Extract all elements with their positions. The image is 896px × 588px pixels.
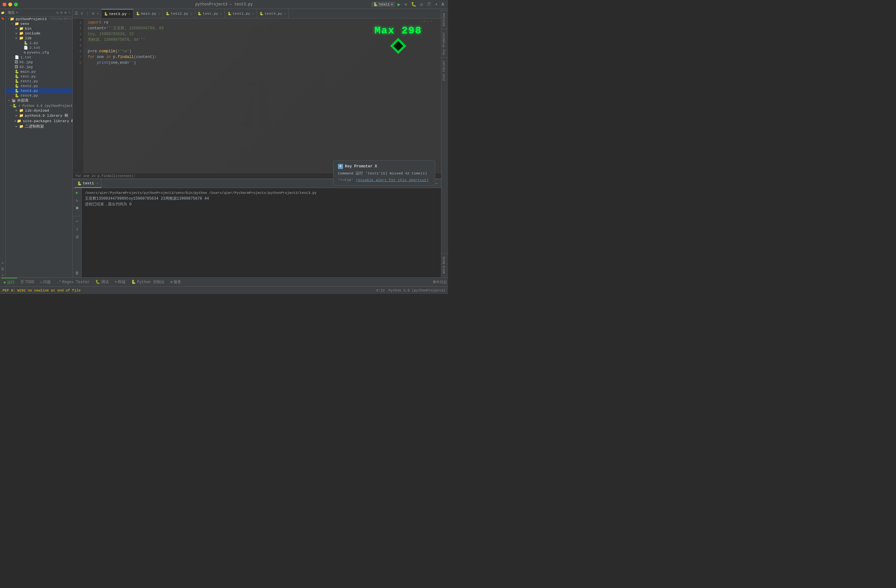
refresh-icon[interactable]: ↻ [56, 11, 59, 15]
structure-icon[interactable]: ≡ [0, 261, 5, 266]
expand-arrow: ▾ [10, 104, 12, 108]
tree-item-01jpg[interactable]: 🖼 01.jpg [6, 60, 72, 64]
minimize-button[interactable] [8, 3, 12, 6]
right-tab-jsonparser[interactable]: Json Parser [441, 58, 448, 84]
tab-testpy-close[interactable]: ✕ [220, 12, 222, 16]
project-icon[interactable]: 📁 [0, 10, 5, 15]
run-rerun-button[interactable]: ↻ [74, 197, 81, 204]
project-dropdown-icon[interactable]: ▾ [16, 10, 18, 15]
tree-item-external-libs[interactable]: ▾ 📚 外部库 [6, 98, 72, 103]
maximize-button[interactable] [14, 3, 18, 6]
favorite-icon[interactable]: ★ [0, 272, 5, 277]
tree-item-test1py[interactable]: 🐍 test1.py [6, 79, 72, 84]
recent-files-icon[interactable]: ☰ [74, 11, 79, 17]
python-version-indicator[interactable]: Python 3.9 (pythonProject3) [389, 289, 445, 292]
tab-test3py[interactable]: 🐍 test3.py ✕ [102, 9, 133, 18]
coverage-button[interactable]: ◎ [419, 1, 424, 8]
tab-test1py[interactable]: 🐍 test1.py ✕ [225, 9, 257, 18]
bottom-tab-run[interactable]: ▶ 运行 [1, 278, 17, 286]
run-button[interactable]: ▶ [396, 1, 402, 8]
tree-item-sdk[interactable]: ▾ 🐍 < Python 3.9 (pythonProject3) > /Use… [6, 103, 72, 108]
tab-mainpy-close[interactable]: ✕ [158, 12, 160, 16]
bottom-tab-terminal[interactable]: ⌨ 终端 [112, 278, 128, 286]
tab-test2py-close[interactable]: ✕ [190, 12, 192, 16]
split-icon[interactable]: ─ [96, 11, 99, 17]
tab-test4py-label: test4.py [265, 12, 282, 16]
bottom-tab-services[interactable]: ⚙ 服务 [168, 278, 184, 286]
tree-item-include[interactable]: ▶ 📁 include [6, 31, 72, 36]
tab-testpy-label: test.py [203, 12, 218, 16]
tree-item-lib[interactable]: ▶ 📁 lib [6, 36, 72, 41]
bottom-tab-regex[interactable]: .* Regex Tester [54, 278, 92, 286]
translate-button[interactable]: A [440, 1, 445, 8]
tab-test1py-close[interactable]: ✕ [252, 12, 254, 16]
editor-settings-icon[interactable]: ⚙ [91, 11, 95, 17]
bottom-tab-python-console[interactable]: 🐍 Python 控制台 [129, 278, 167, 286]
tree-item-testpy[interactable]: 🐍 test.py [6, 74, 72, 79]
bottom-tab-problems[interactable]: ⚠ 问题 [37, 278, 53, 286]
event-log[interactable]: 事件日志 [433, 280, 447, 284]
tree-item-python39lib[interactable]: ▶ 📁 python3.9 library 根 [6, 113, 72, 118]
python-tab-icon: 🐍 [259, 12, 263, 16]
collapse-icon[interactable]: ⊟ [60, 11, 62, 15]
tab-test4py[interactable]: 🐍 test4.py ✕ [257, 9, 289, 18]
right-tab-seiview[interactable]: SeiView [441, 10, 448, 29]
right-tab-keypromoter[interactable]: Key Promoter [441, 29, 448, 58]
tree-item-2txt[interactable]: 📄 2.txt [6, 45, 72, 50]
kpx-footer: '^⇧F10' (Disable alert for this shortcut… [338, 178, 430, 182]
run-soft-wrap[interactable]: ↩ [74, 218, 81, 225]
profile-button[interactable]: ⏱ [425, 1, 432, 8]
line-number-3: 3 [73, 31, 82, 37]
app-wrapper: pythonProject3 – test3.py 🐍 test1 ▾ ▶ ⚒ … [0, 0, 448, 294]
build-button[interactable]: ⚒ [403, 1, 408, 8]
tree-item-pyvenvcfg[interactable]: ⚙ pyvenv.cfg [6, 50, 72, 55]
run-clear-button[interactable]: 🗑 [74, 270, 81, 276]
run-tab-test1[interactable]: 🐍 test1 ✕ [75, 179, 102, 188]
tab-test3py-close[interactable]: ✕ [129, 12, 131, 16]
bottom-tab-debug[interactable]: 🐛 调试 [93, 278, 111, 286]
tree-item-mainpy[interactable]: 🐍 main.py [6, 69, 72, 74]
debug-button[interactable]: 🐛 [410, 1, 418, 8]
close-button[interactable] [3, 3, 6, 6]
tree-item-test2py[interactable]: 🐍 test2.py [6, 84, 72, 88]
run-scroll-end[interactable]: ⤓ [74, 226, 81, 232]
run-print-button[interactable]: 🖨 [74, 233, 81, 240]
scroll-right-icon[interactable]: ⋮ [85, 11, 90, 17]
run-tab-close[interactable]: ✕ [97, 181, 99, 185]
run-stop-button[interactable]: ⏹ [74, 205, 81, 211]
python-console-icon: 🐍 [131, 280, 136, 284]
tab-mainpy[interactable]: 🐍 main.py ✕ [133, 9, 163, 18]
tab-testpy[interactable]: 🐍 test.py ✕ [195, 9, 225, 18]
tree-item-test4py[interactable]: 🐍 test4.py [6, 93, 72, 98]
services-icon: ⚙ [171, 280, 173, 284]
tab-test2py[interactable]: 🐍 test2.py ✕ [163, 9, 195, 18]
settings-icon[interactable]: ⚙ [64, 11, 67, 15]
database-icon[interactable]: 🗄 [0, 267, 5, 272]
minimize-panel-icon[interactable]: ─ [68, 11, 70, 15]
kpx-disable-link[interactable]: (Disable alert for this shortcut) [356, 178, 428, 182]
tree-item-binary[interactable]: ▶ 📁 二进制框架 [6, 124, 72, 129]
tree-item-02jpg[interactable]: 🖼 02.jpg [6, 64, 72, 69]
python-file-icon: 🐍 [15, 84, 19, 88]
tab-test4py-close[interactable]: ✕ [284, 12, 286, 16]
tree-item-project-root[interactable]: ▾ 📁 pythonProject3 ~/PycharmProjects/pyt… [6, 17, 72, 21]
scroll-left-icon[interactable]: ≡ [80, 11, 84, 17]
tree-item-venv[interactable]: ▾ 📁 venv [6, 21, 72, 26]
tree-item-1py[interactable]: 🐍 1.py [6, 41, 72, 45]
tree-item-1txt[interactable]: 📄 1.txt [6, 55, 72, 60]
line-col-indicator[interactable]: 8:22 [376, 289, 384, 292]
more-button[interactable]: ▾ [434, 1, 439, 8]
run-play-button[interactable]: ▶ [74, 189, 81, 196]
file-01jpg-label: 01.jpg [20, 60, 32, 64]
run-tab-label: 运行 [7, 280, 15, 285]
run-config-selector[interactable]: 🐍 test1 ▾ [372, 2, 395, 7]
right-tab-wordbook[interactable]: Word Book [441, 254, 448, 276]
tree-item-test3py[interactable]: 🐍 test3.py [6, 88, 72, 93]
bookmark-icon[interactable]: 🔖 [0, 16, 5, 21]
tree-item-bin[interactable]: ▶ 📁 bin [6, 26, 72, 31]
bottom-tab-todo[interactable]: ☰ TODO [18, 278, 37, 286]
file-tree: ▾ 📁 pythonProject3 ~/PycharmProjects/pyt… [6, 17, 72, 277]
tree-item-sitepackages[interactable]: ▶ 📁 site-packages library 根 [6, 118, 72, 124]
tree-item-libdynload[interactable]: ▶ 📁 lib-dynload [6, 108, 72, 113]
run-output[interactable]: /Users/qier/PycharmProjects/pythonProjec… [82, 188, 441, 277]
